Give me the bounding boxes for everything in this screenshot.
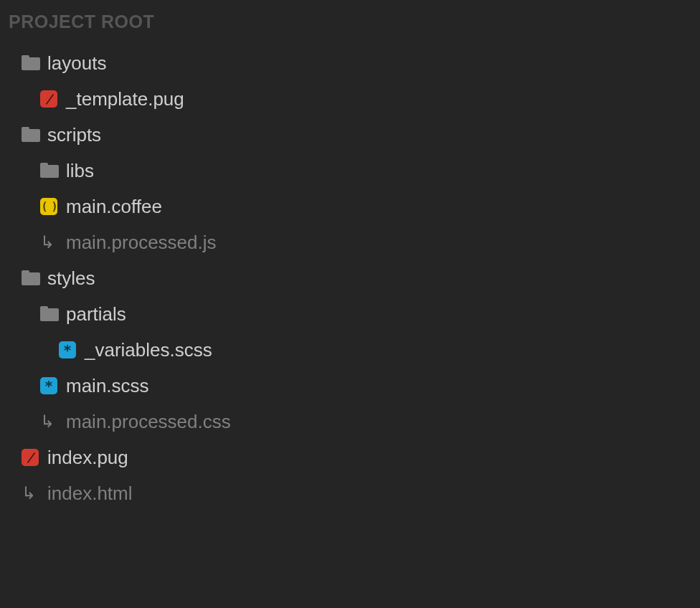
file-index-html[interactable]: ↳ index.html xyxy=(7,475,693,511)
file-label: index.pug xyxy=(47,447,128,469)
folder-partials[interactable]: partials xyxy=(7,296,693,332)
folder-icon xyxy=(40,163,66,178)
file-label: main.processed.css xyxy=(66,411,231,433)
folder-icon xyxy=(22,56,47,70)
file-index-pug[interactable]: / index.pug xyxy=(7,440,693,475)
file-label: index.html xyxy=(47,483,133,505)
folder-label: libs xyxy=(66,160,94,182)
pug-file-icon: / xyxy=(22,449,47,466)
file-label: main.processed.js xyxy=(66,232,217,254)
project-root-header: PROJECT ROOT xyxy=(7,9,693,45)
folder-libs[interactable]: libs xyxy=(7,153,693,189)
file-label: main.scss xyxy=(66,375,149,397)
folder-icon xyxy=(22,271,47,285)
derived-arrow-icon: ↳ xyxy=(40,413,66,430)
scss-file-icon: * xyxy=(40,377,66,394)
file-main-processed-js[interactable]: ↳ main.processed.js xyxy=(7,224,693,260)
folder-label: partials xyxy=(66,303,126,326)
derived-arrow-icon: ↳ xyxy=(22,485,47,502)
file-main-scss[interactable]: * main.scss xyxy=(7,368,693,404)
file-main-coffee[interactable]: ( ) main.coffee xyxy=(7,189,693,224)
file-tree: PROJECT ROOT layouts / _template.pug scr… xyxy=(0,0,700,520)
file-template-pug[interactable]: / _template.pug xyxy=(7,81,693,117)
file-label: main.coffee xyxy=(66,196,162,218)
folder-icon xyxy=(22,128,47,142)
scss-file-icon: * xyxy=(59,341,85,358)
file-label: _template.pug xyxy=(66,88,184,110)
pug-file-icon: / xyxy=(40,90,66,108)
folder-label: scripts xyxy=(47,124,101,146)
folder-label: layouts xyxy=(47,52,106,75)
folder-layouts[interactable]: layouts xyxy=(7,45,693,81)
derived-arrow-icon: ↳ xyxy=(40,234,66,251)
file-label: _variables.scss xyxy=(85,339,212,361)
file-main-processed-css[interactable]: ↳ main.processed.css xyxy=(7,404,693,440)
folder-styles[interactable]: styles xyxy=(7,260,693,296)
coffee-file-icon: ( ) xyxy=(40,198,66,215)
folder-label: styles xyxy=(47,267,95,290)
folder-scripts[interactable]: scripts xyxy=(7,117,693,153)
file-variables-scss[interactable]: * _variables.scss xyxy=(7,332,693,368)
folder-icon xyxy=(40,307,66,321)
